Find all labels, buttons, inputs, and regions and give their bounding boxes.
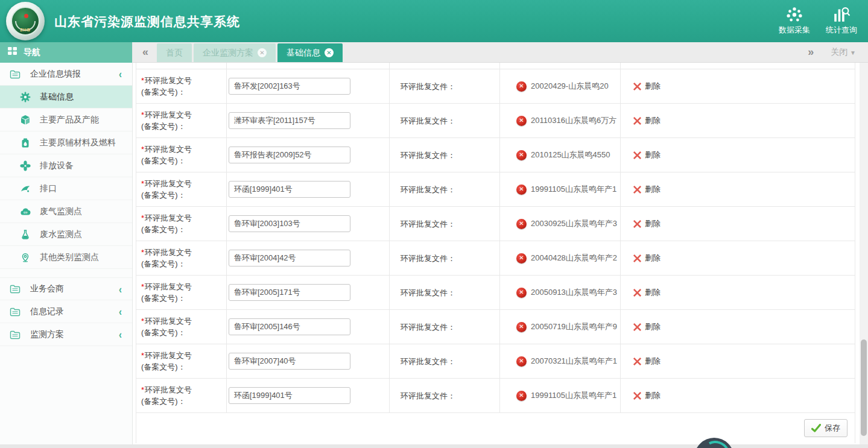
file-cell: ✕ 20050719山东晨鸣年产9	[500, 310, 621, 344]
delete-row-button[interactable]: 删除	[633, 81, 661, 92]
doc-no-input[interactable]	[229, 215, 350, 232]
main-content: *环评批复文号(备案文号)： 环评批复文件： ✕ 20020429-山东晨鸣20…	[133, 63, 860, 448]
remove-file-icon[interactable]: ✕	[516, 322, 527, 332]
delete-row-button[interactable]: 删除	[633, 150, 661, 160]
doc-no-input[interactable]	[229, 318, 350, 335]
save-button[interactable]: 保存	[804, 419, 847, 437]
doc-no-input[interactable]	[229, 112, 350, 129]
folder-icon	[10, 329, 21, 340]
chevron-left-icon: ‹	[119, 283, 122, 295]
file-label-cell: 环评批复文件：	[390, 207, 500, 241]
sidebar-item[interactable]: 监测方案‹	[0, 323, 132, 346]
dots-cluster-icon	[785, 5, 803, 23]
file-label-cell: 环评批复文件：	[390, 241, 500, 275]
doc-no-input[interactable]	[229, 181, 350, 198]
file-cell: ✕ 20020429-山东晨鸣20	[500, 69, 621, 103]
file-name: 20020429-山东晨鸣20	[531, 81, 609, 92]
tab-0[interactable]: 首页	[157, 43, 192, 62]
header-action-button[interactable]: 数据采集	[779, 5, 810, 36]
sidebar-item[interactable]: 废水监测点	[0, 223, 132, 246]
doc-no-input[interactable]	[229, 250, 350, 267]
delete-cell: 删除	[621, 172, 855, 206]
sidebar-item[interactable]: 企业信息填报‹	[0, 63, 132, 86]
outfall-icon	[20, 183, 31, 194]
sidebar-item-label: 监测方案	[30, 329, 64, 340]
gear-icon	[20, 92, 31, 103]
required-mark: *	[141, 76, 144, 85]
remove-file-icon[interactable]: ✕	[516, 219, 527, 229]
tab-1[interactable]: 企业监测方案✕	[194, 43, 276, 62]
sidebar-item[interactable]: 基础信息	[0, 86, 132, 109]
tabs-scroll-left-icon[interactable]: «	[133, 46, 157, 62]
doc-no-input[interactable]	[229, 353, 350, 370]
file-name: 20050913山东晨鸣年产3	[531, 287, 617, 298]
delete-row-button[interactable]: 删除	[633, 356, 661, 367]
delete-row-button[interactable]: 删除	[633, 287, 661, 298]
file-name: 19991105山东晨鸣年产1	[531, 184, 616, 195]
delete-cell: 删除	[621, 379, 855, 412]
doc-no-cell	[227, 138, 390, 172]
file-label-cell: 环评批复文件：	[390, 104, 500, 137]
remove-file-icon[interactable]: ✕	[516, 116, 527, 126]
file-label-cell: 环评批复文件：	[390, 379, 500, 412]
sidebar-item[interactable]: 主要原辅材料及燃料	[0, 131, 132, 154]
delete-row-button[interactable]: 删除	[633, 253, 661, 263]
delete-label: 删除	[645, 321, 661, 332]
sidebar-item[interactable]: 排放设备	[0, 154, 132, 177]
table-row: *环评批复文号(备案文号)： 环评批复文件： ✕ 2010125山东晨鸣4550…	[136, 138, 855, 172]
remove-file-icon[interactable]: ✕	[516, 185, 527, 195]
sidebar-item[interactable]: 主要产品及产能	[0, 109, 132, 131]
sidebar-item[interactable]: 信息记录‹	[0, 300, 132, 323]
sidebar-item[interactable]: 业务会商‹	[0, 277, 132, 300]
required-mark: *	[141, 282, 144, 291]
delete-cell: 删除	[621, 69, 855, 103]
doc-no-input[interactable]	[229, 284, 350, 301]
doc-no-input[interactable]	[229, 387, 350, 404]
file-cell: ✕ 20050913山东晨鸣年产3	[500, 276, 621, 309]
sidebar-item[interactable]: 其他类别监测点	[0, 246, 132, 269]
sidebar-item[interactable]: co 废气监测点	[0, 200, 132, 223]
delete-row-button[interactable]: 删除	[633, 218, 661, 229]
sidebar-item[interactable]: 排口	[0, 177, 132, 200]
fuel-icon	[20, 137, 31, 148]
doc-no-input[interactable]	[229, 147, 350, 163]
file-cell: ✕ 20040428山东晨鸣年产2	[500, 241, 621, 275]
chevron-left-icon: ‹	[119, 305, 122, 317]
remove-file-icon[interactable]: ✕	[516, 391, 527, 401]
tab-close-icon[interactable]: ✕	[325, 48, 334, 57]
scrollbar-thumb[interactable]	[861, 339, 867, 436]
remove-file-icon[interactable]: ✕	[516, 288, 527, 298]
doc-no-input[interactable]	[229, 78, 350, 95]
remove-file-icon[interactable]: ✕	[516, 81, 527, 92]
delete-row-button[interactable]: 删除	[633, 115, 661, 126]
app-logo-icon: ZHB	[6, 2, 45, 40]
sidebar-item-label: 主要产品及产能	[40, 115, 99, 125]
delete-row-button[interactable]: 删除	[633, 390, 661, 401]
vertical-scrollbar[interactable]	[860, 63, 868, 448]
sidebar-item-label: 主要原辅材料及燃料	[40, 137, 116, 148]
tab-2[interactable]: 基础信息✕	[277, 43, 343, 62]
folder-icon	[10, 283, 21, 294]
tab-close-icon[interactable]: ✕	[258, 48, 267, 57]
remove-file-icon[interactable]: ✕	[516, 150, 527, 160]
tab-bar: « 首页企业监测方案✕基础信息✕ » 关闭 ▼	[133, 42, 868, 63]
required-mark: *	[141, 213, 144, 222]
doc-no-cell	[227, 104, 390, 137]
close-tabs-menu[interactable]: 关闭 ▼	[831, 47, 856, 58]
header-action-button[interactable]: 统计查询	[826, 5, 857, 36]
delete-row-button[interactable]: 删除	[633, 184, 661, 195]
field-label-cell: *环评批复文号(备案文号)：	[136, 344, 227, 378]
doc-no-cell	[227, 379, 390, 412]
required-mark: *	[141, 248, 144, 257]
tabs-scroll-right-icon[interactable]: »	[808, 46, 814, 58]
remove-file-icon[interactable]: ✕	[516, 356, 527, 367]
pin-icon	[20, 252, 31, 263]
folder-icon	[10, 69, 21, 80]
delete-x-icon	[633, 219, 642, 229]
table-row: *环评批复文号(备案文号)： 环评批复文件： ✕ 19991105山东晨鸣年产1…	[136, 379, 855, 413]
delete-row-button[interactable]: 删除	[633, 321, 661, 332]
check-icon	[811, 424, 821, 432]
file-name: 20110316山东晨鸣6万方	[531, 115, 616, 126]
file-label-cell: 环评批复文件：	[390, 310, 500, 344]
remove-file-icon[interactable]: ✕	[516, 253, 527, 263]
